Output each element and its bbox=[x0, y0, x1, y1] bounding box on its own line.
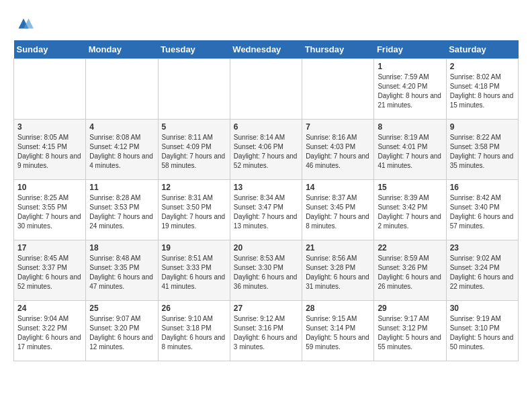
calendar-cell: 6Sunrise: 8:14 AM Sunset: 4:06 PM Daylig… bbox=[230, 120, 302, 180]
calendar-cell: 9Sunrise: 8:22 AM Sunset: 3:58 PM Daylig… bbox=[446, 120, 518, 180]
calendar-cell: 7Sunrise: 8:16 AM Sunset: 4:03 PM Daylig… bbox=[302, 120, 374, 180]
calendar-week-row: 1Sunrise: 7:59 AM Sunset: 4:20 PM Daylig… bbox=[14, 59, 519, 120]
day-info: Sunrise: 8:37 AM Sunset: 3:45 PM Dayligh… bbox=[306, 193, 370, 231]
day-info: Sunrise: 9:10 AM Sunset: 3:18 PM Dayligh… bbox=[162, 314, 226, 352]
calendar-cell: 29Sunrise: 9:17 AM Sunset: 3:12 PM Dayli… bbox=[374, 301, 446, 361]
calendar-cell: 21Sunrise: 8:56 AM Sunset: 3:28 PM Dayli… bbox=[302, 240, 374, 301]
day-number: 4 bbox=[89, 122, 154, 132]
day-number: 8 bbox=[378, 122, 442, 132]
day-number: 18 bbox=[89, 243, 154, 253]
day-info: Sunrise: 9:02 AM Sunset: 3:24 PM Dayligh… bbox=[450, 254, 515, 291]
day-number: 17 bbox=[17, 243, 82, 253]
calendar-cell: 26Sunrise: 9:10 AM Sunset: 3:18 PM Dayli… bbox=[158, 301, 230, 361]
day-info: Sunrise: 8:56 AM Sunset: 3:28 PM Dayligh… bbox=[306, 254, 370, 291]
day-number: 7 bbox=[306, 122, 370, 132]
weekday-header: Tuesday bbox=[158, 40, 230, 59]
calendar-cell bbox=[86, 59, 158, 120]
calendar-cell bbox=[158, 59, 230, 120]
day-info: Sunrise: 9:07 AM Sunset: 3:20 PM Dayligh… bbox=[89, 314, 154, 352]
calendar-week-row: 24Sunrise: 9:04 AM Sunset: 3:22 PM Dayli… bbox=[14, 301, 519, 361]
weekday-header: Thursday bbox=[302, 40, 374, 59]
calendar-cell: 15Sunrise: 8:39 AM Sunset: 3:42 PM Dayli… bbox=[374, 180, 446, 240]
calendar-cell: 27Sunrise: 9:12 AM Sunset: 3:16 PM Dayli… bbox=[230, 301, 302, 361]
day-info: Sunrise: 8:11 AM Sunset: 4:09 PM Dayligh… bbox=[162, 133, 226, 171]
day-info: Sunrise: 8:28 AM Sunset: 3:53 PM Dayligh… bbox=[89, 193, 154, 231]
calendar-cell: 18Sunrise: 8:48 AM Sunset: 3:35 PM Dayli… bbox=[86, 240, 158, 301]
day-number: 13 bbox=[234, 183, 298, 192]
day-number: 30 bbox=[450, 304, 515, 313]
day-number: 19 bbox=[162, 243, 226, 253]
day-number: 22 bbox=[378, 243, 442, 253]
day-number: 3 bbox=[17, 122, 82, 132]
day-number: 28 bbox=[306, 304, 370, 313]
calendar-week-row: 17Sunrise: 8:45 AM Sunset: 3:37 PM Dayli… bbox=[14, 240, 519, 301]
calendar-cell: 19Sunrise: 8:51 AM Sunset: 3:33 PM Dayli… bbox=[158, 240, 230, 301]
calendar-week-row: 10Sunrise: 8:25 AM Sunset: 3:55 PM Dayli… bbox=[14, 180, 519, 240]
day-number: 14 bbox=[306, 183, 370, 192]
header-row: SundayMondayTuesdayWednesdayThursdayFrid… bbox=[14, 40, 519, 59]
calendar-cell: 16Sunrise: 8:42 AM Sunset: 3:40 PM Dayli… bbox=[446, 180, 518, 240]
day-number: 11 bbox=[89, 183, 154, 192]
calendar-cell bbox=[230, 59, 302, 120]
day-number: 6 bbox=[234, 122, 298, 132]
day-info: Sunrise: 8:42 AM Sunset: 3:40 PM Dayligh… bbox=[450, 193, 515, 231]
day-info: Sunrise: 8:14 AM Sunset: 4:06 PM Dayligh… bbox=[234, 133, 298, 171]
calendar-cell: 24Sunrise: 9:04 AM Sunset: 3:22 PM Dayli… bbox=[14, 301, 86, 361]
day-number: 2 bbox=[450, 62, 515, 71]
calendar-cell: 23Sunrise: 9:02 AM Sunset: 3:24 PM Dayli… bbox=[446, 240, 518, 301]
calendar-cell: 3Sunrise: 8:05 AM Sunset: 4:15 PM Daylig… bbox=[14, 120, 86, 180]
header bbox=[13, 13, 519, 34]
day-info: Sunrise: 8:16 AM Sunset: 4:03 PM Dayligh… bbox=[306, 133, 370, 171]
logo bbox=[13, 13, 36, 34]
calendar-cell: 17Sunrise: 8:45 AM Sunset: 3:37 PM Dayli… bbox=[14, 240, 86, 301]
day-info: Sunrise: 8:48 AM Sunset: 3:35 PM Dayligh… bbox=[89, 254, 154, 291]
day-number: 23 bbox=[450, 243, 515, 253]
day-info: Sunrise: 9:15 AM Sunset: 3:14 PM Dayligh… bbox=[306, 314, 370, 352]
calendar-cell: 10Sunrise: 8:25 AM Sunset: 3:55 PM Dayli… bbox=[14, 180, 86, 240]
day-number: 24 bbox=[17, 304, 82, 313]
weekday-header: Sunday bbox=[14, 40, 86, 59]
day-info: Sunrise: 8:34 AM Sunset: 3:47 PM Dayligh… bbox=[234, 193, 298, 231]
calendar-cell: 20Sunrise: 8:53 AM Sunset: 3:30 PM Dayli… bbox=[230, 240, 302, 301]
day-number: 9 bbox=[450, 122, 515, 132]
calendar-cell: 30Sunrise: 9:19 AM Sunset: 3:10 PM Dayli… bbox=[446, 301, 518, 361]
calendar-week-row: 3Sunrise: 8:05 AM Sunset: 4:15 PM Daylig… bbox=[14, 120, 519, 180]
day-info: Sunrise: 7:59 AM Sunset: 4:20 PM Dayligh… bbox=[378, 73, 442, 110]
calendar-cell: 5Sunrise: 8:11 AM Sunset: 4:09 PM Daylig… bbox=[158, 120, 230, 180]
day-info: Sunrise: 8:08 AM Sunset: 4:12 PM Dayligh… bbox=[89, 133, 154, 171]
calendar-cell: 8Sunrise: 8:19 AM Sunset: 4:01 PM Daylig… bbox=[374, 120, 446, 180]
day-number: 20 bbox=[234, 243, 298, 253]
calendar-cell bbox=[14, 59, 86, 120]
logo-icon bbox=[13, 13, 34, 34]
calendar-cell bbox=[302, 59, 374, 120]
day-info: Sunrise: 8:25 AM Sunset: 3:55 PM Dayligh… bbox=[17, 193, 82, 231]
calendar-cell: 1Sunrise: 7:59 AM Sunset: 4:20 PM Daylig… bbox=[374, 59, 446, 120]
day-info: Sunrise: 8:22 AM Sunset: 3:58 PM Dayligh… bbox=[450, 133, 515, 171]
day-info: Sunrise: 8:05 AM Sunset: 4:15 PM Dayligh… bbox=[17, 133, 82, 171]
day-info: Sunrise: 8:19 AM Sunset: 4:01 PM Dayligh… bbox=[378, 133, 442, 171]
calendar-cell: 22Sunrise: 8:59 AM Sunset: 3:26 PM Dayli… bbox=[374, 240, 446, 301]
weekday-header: Monday bbox=[86, 40, 158, 59]
day-info: Sunrise: 9:12 AM Sunset: 3:16 PM Dayligh… bbox=[234, 314, 298, 352]
day-info: Sunrise: 8:02 AM Sunset: 4:18 PM Dayligh… bbox=[450, 73, 515, 110]
day-info: Sunrise: 8:51 AM Sunset: 3:33 PM Dayligh… bbox=[162, 254, 226, 291]
day-info: Sunrise: 8:31 AM Sunset: 3:50 PM Dayligh… bbox=[162, 193, 226, 231]
weekday-header: Friday bbox=[374, 40, 446, 59]
calendar-cell: 12Sunrise: 8:31 AM Sunset: 3:50 PM Dayli… bbox=[158, 180, 230, 240]
day-info: Sunrise: 9:17 AM Sunset: 3:12 PM Dayligh… bbox=[378, 314, 442, 352]
day-info: Sunrise: 8:45 AM Sunset: 3:37 PM Dayligh… bbox=[17, 254, 82, 291]
day-number: 12 bbox=[162, 183, 226, 192]
day-number: 25 bbox=[89, 304, 154, 313]
day-number: 21 bbox=[306, 243, 370, 253]
day-info: Sunrise: 9:04 AM Sunset: 3:22 PM Dayligh… bbox=[17, 314, 82, 352]
calendar-table: SundayMondayTuesdayWednesdayThursdayFrid… bbox=[13, 40, 519, 361]
day-info: Sunrise: 9:19 AM Sunset: 3:10 PM Dayligh… bbox=[450, 314, 515, 352]
day-info: Sunrise: 8:39 AM Sunset: 3:42 PM Dayligh… bbox=[378, 193, 442, 231]
day-number: 29 bbox=[378, 304, 442, 313]
calendar-cell: 2Sunrise: 8:02 AM Sunset: 4:18 PM Daylig… bbox=[446, 59, 518, 120]
calendar-cell: 13Sunrise: 8:34 AM Sunset: 3:47 PM Dayli… bbox=[230, 180, 302, 240]
day-number: 16 bbox=[450, 183, 515, 192]
day-number: 10 bbox=[17, 183, 82, 192]
day-info: Sunrise: 8:59 AM Sunset: 3:26 PM Dayligh… bbox=[378, 254, 442, 291]
day-number: 1 bbox=[378, 62, 442, 71]
